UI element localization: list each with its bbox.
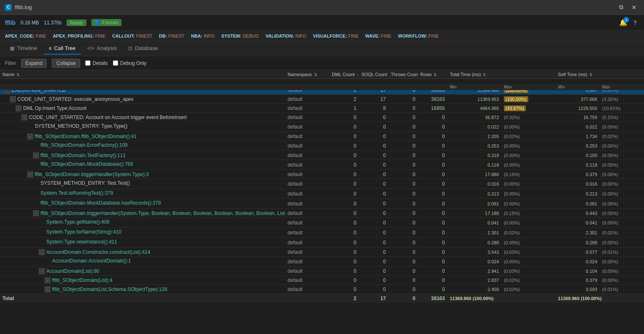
row-name-text: AccountDomain.Constructor.construct(List…	[46, 249, 150, 255]
tree-toggle[interactable]: -	[16, 105, 21, 111]
row-name[interactable]: System.Type.getName():409	[0, 218, 285, 228]
table-row[interactable]: SYSTEM_METHOD_ENTRY: Type.Type()default0…	[0, 122, 644, 132]
row-namespace: default	[285, 218, 329, 228]
row-self-min: 0.379	[556, 170, 600, 179]
tree-toggle[interactable]: -	[39, 249, 45, 255]
footer-ns	[285, 294, 329, 303]
row-throws: 0	[389, 285, 418, 294]
row-name[interactable]: -fflib_SObjectDomain(List):4	[0, 276, 285, 285]
collapse-button[interactable]: Collapse	[52, 59, 80, 68]
row-name[interactable]: System.Type.forName(String):410	[0, 228, 285, 238]
row-name[interactable]: -fflib_SObjectDomain.TestFactory():111	[0, 151, 285, 160]
table-row[interactable]: System.Type.getName():409default00000.04…	[0, 218, 644, 228]
table-row[interactable]: AccountDomain.AccountDomain():1default00…	[0, 257, 644, 267]
row-namespace: default	[285, 199, 329, 209]
table-row[interactable]: fflib_SObjectDomain.MockDatabase():769de…	[0, 160, 644, 170]
table-row[interactable]: System.Test.isRunningTest():379default00…	[0, 189, 644, 199]
tree-toggle[interactable]: -	[33, 210, 39, 216]
table-row[interactable]: System.Type.forName(String):410default00…	[0, 228, 644, 238]
table-row[interactable]: -fflib_SObjectDomain.TestFactory():111de…	[0, 151, 644, 160]
tree-toggle[interactable]: -	[33, 153, 39, 158]
table-row[interactable]: System.Type.newInstance():411default0000…	[0, 238, 644, 248]
tree-toggle[interactable]: -	[45, 286, 50, 292]
table-row[interactable]: -AccountDomain(List):90default00002.941(…	[0, 267, 644, 276]
tab-database[interactable]: ⊡ Database	[123, 43, 163, 55]
top-toolbar: fflib 0.16 MB 11.370s Ready 🔵 0 issues 🔔…	[0, 15, 644, 31]
row-soql: 0	[359, 199, 388, 209]
row-namespace: default	[285, 276, 329, 285]
tree-dot	[33, 190, 39, 196]
row-name[interactable]: -fflib_SObjectDomain(List,Schema.SObject…	[0, 285, 285, 294]
row-self-pct: (0.00%)	[600, 238, 644, 248]
row-name[interactable]: fflib_SObjectDomain.MockDatabase.hasReco…	[0, 199, 285, 209]
row-rows: 0	[418, 113, 447, 122]
table-row[interactable]: -fflib_SObjectDomain.triggerHandler(Syst…	[0, 209, 644, 218]
toolbar-right: 🔔 2 ?	[619, 19, 639, 27]
row-name[interactable]: fflib_SObjectDomain.ErrorFactory():109	[0, 141, 285, 151]
tab-timeline[interactable]: ▦ Timeline	[5, 43, 42, 55]
col-header-namespace[interactable]: Namespace ⇅	[285, 70, 329, 79]
tab-calltree[interactable]: ≡ Call Tree	[44, 43, 81, 55]
row-throws: 0	[389, 170, 418, 179]
col-header-soql[interactable]: SOQL Count ↑	[359, 70, 388, 79]
tab-analysis[interactable]: </> Analysis	[82, 43, 122, 55]
row-name[interactable]: -fflib_SObjectDomain.fflib_SObjectDomain…	[0, 132, 285, 141]
tree-toggle[interactable]: -	[39, 268, 45, 274]
col-header-name[interactable]: Name ⇅	[0, 70, 285, 79]
col-header-self-time[interactable]: Self Time (ms) ⇅	[556, 70, 644, 79]
row-total-min: 0.288	[447, 238, 501, 248]
row-name[interactable]: AccountDomain.AccountDomain():1	[0, 257, 285, 267]
footer-total-time: 11369.960 (100.00%)	[447, 294, 556, 303]
row-name[interactable]: fflib_SObjectDomain.MockDatabase():769	[0, 160, 285, 170]
tree-toggle[interactable]: -	[10, 96, 16, 102]
details-checkbox-wrap[interactable]: Details	[85, 60, 108, 66]
row-dml: 0	[329, 248, 359, 257]
row-name[interactable]: -fflib_SObjectDomain.triggerHandler(Syst…	[0, 170, 285, 179]
help-button[interactable]: ?	[631, 19, 639, 27]
table-row[interactable]: -AccountDomain.Constructor.construct(Lis…	[0, 248, 644, 257]
table-row[interactable]: -CODE_UNIT_STARTED: Account on Account t…	[0, 113, 644, 122]
table-row[interactable]: -fflib_SObjectDomain(List,Schema.SObject…	[0, 285, 644, 294]
close-button[interactable]: ✕	[629, 3, 639, 12]
tree-dot	[33, 161, 39, 167]
expand-button[interactable]: Expand	[21, 59, 47, 68]
tree-toggle[interactable]: -	[27, 172, 33, 177]
row-name[interactable]: System.Type.newInstance():411	[0, 238, 285, 248]
tree-toggle[interactable]: -	[21, 115, 27, 120]
row-rows: 0	[418, 238, 447, 248]
notifications-button[interactable]: 🔔 2	[619, 19, 627, 26]
table-row[interactable]: fflib_SObjectDomain.MockDatabase.hasReco…	[0, 199, 644, 209]
row-self-min: 0.041	[556, 218, 600, 228]
col-header-rows[interactable]: Rows ⇅	[418, 70, 447, 79]
row-name[interactable]: -fflib_SObjectDomain.triggerHandler(Syst…	[0, 209, 285, 218]
row-name[interactable]: System.Test.isRunningTest():379	[0, 189, 285, 199]
split-window-button[interactable]: ⧉	[617, 3, 626, 12]
table-row[interactable]: SYSTEM_METHOD_ENTRY: Test.Test()default0…	[0, 179, 644, 189]
row-self-min: 0.104	[556, 267, 600, 276]
table-row[interactable]: -DML Op:Insert Type:Accountdefault180168…	[0, 104, 644, 113]
row-self-min: 0.091	[556, 199, 600, 209]
row-self-min: 16.759	[556, 113, 600, 122]
row-namespace: default	[285, 132, 329, 141]
details-checkbox[interactable]	[85, 60, 91, 66]
row-throws: 0	[389, 218, 418, 228]
row-name: -DML Op:Insert Type:Account	[0, 104, 285, 113]
table-row[interactable]: -fflib_SObjectDomain.fflib_SObjectDomain…	[0, 132, 644, 141]
table-row[interactable]: -fflib_SObjectDomain(List):4default00002…	[0, 276, 644, 285]
row-dml: 0	[329, 113, 359, 122]
row-name[interactable]: -AccountDomain.Constructor.construct(Lis…	[0, 248, 285, 257]
col-header-total-time[interactable]: Total Time (ms) ⇅	[447, 70, 556, 79]
row-name[interactable]: -AccountDomain(List):90	[0, 267, 285, 276]
debug-only-checkbox[interactable]	[113, 60, 118, 66]
col-header-throws[interactable]: Throws Count ↑	[389, 70, 418, 79]
table-row[interactable]: -CODE_UNIT_STARTED: execute_anonymous_ap…	[0, 95, 644, 104]
row-total-min: 0.118	[447, 160, 501, 170]
table-row[interactable]: -fflib_SObjectDomain.triggerHandler(Syst…	[0, 170, 644, 179]
table-row[interactable]: fflib_SObjectDomain.ErrorFactory():109de…	[0, 141, 644, 151]
details-label: Details	[93, 60, 108, 66]
tree-toggle[interactable]: -	[27, 134, 33, 139]
tree-toggle[interactable]: -	[45, 277, 50, 283]
row-rows: 0	[418, 179, 447, 189]
col-header-dml[interactable]: DML Count ↑	[329, 70, 359, 79]
debug-only-checkbox-wrap[interactable]: Debug Only	[113, 60, 146, 66]
